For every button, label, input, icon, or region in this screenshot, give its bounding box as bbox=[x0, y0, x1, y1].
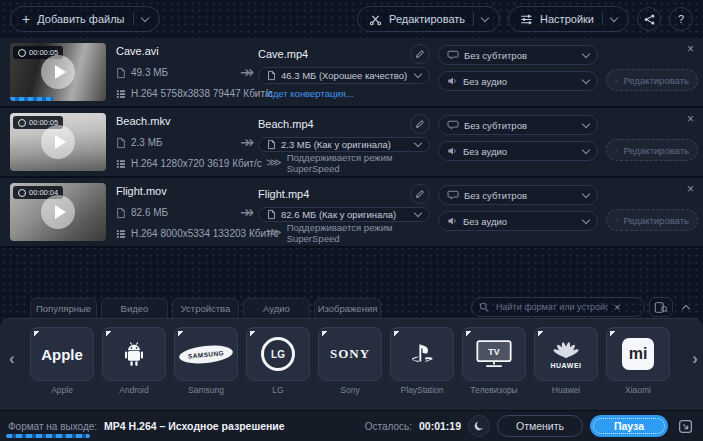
play-button[interactable] bbox=[41, 195, 75, 229]
edit-file-button[interactable]: Редактировать bbox=[606, 69, 698, 91]
rename-button[interactable] bbox=[410, 184, 430, 204]
huawei-wordmark: HUAWEI bbox=[551, 362, 582, 369]
clock-icon bbox=[18, 49, 26, 57]
audio-dropdown[interactable]: Без аудио bbox=[438, 71, 598, 91]
device-label: Телевизоры bbox=[470, 385, 517, 395]
subtitles-value: Без субтитров bbox=[464, 50, 527, 61]
plus-icon: + bbox=[22, 12, 30, 26]
output-filename: Cave.mp4 bbox=[258, 48, 308, 60]
settings-menu-button[interactable]: Настройки bbox=[508, 6, 629, 32]
video-converter-window: + Добавить файлы Редактировать Настрой bbox=[0, 0, 703, 441]
video-thumbnail[interactable]: 00:00:05 bbox=[10, 113, 106, 171]
edit-file-button[interactable]: Редактировать bbox=[606, 209, 698, 231]
source-codec-row: H.264 8000x5334 133203 Кбит/с bbox=[116, 228, 236, 239]
play-button[interactable] bbox=[41, 125, 75, 159]
edit-file-label: Редактировать bbox=[623, 75, 689, 86]
overall-progress-bar bbox=[6, 434, 90, 438]
device-card-samsung: SAMSUNG Samsung bbox=[174, 327, 238, 395]
minimize-to-tray-button[interactable] bbox=[675, 416, 695, 436]
device-card-button[interactable]: SONY bbox=[318, 327, 382, 381]
speech-bubble-icon bbox=[447, 120, 459, 130]
file-row: 00:00:05 Cave.avi 49.3 МБ bbox=[0, 38, 703, 108]
device-card-button[interactable]: HUAWEI bbox=[534, 327, 598, 381]
chevron-down-icon bbox=[610, 13, 618, 21]
tv-icon: TV bbox=[475, 339, 513, 369]
device-carousel: ‹ Apple Apple bbox=[0, 318, 703, 410]
search-input[interactable] bbox=[494, 301, 610, 313]
device-card-lg: LG LG bbox=[246, 327, 310, 395]
subtitles-dropdown[interactable]: Без субтитров bbox=[438, 45, 598, 65]
carousel-next-button[interactable]: › bbox=[692, 349, 698, 369]
file-icon bbox=[116, 137, 126, 149]
device-card-button[interactable] bbox=[102, 327, 166, 381]
output-size-value: 46.3 МБ (Хорошее качество) bbox=[281, 70, 407, 81]
video-thumbnail[interactable]: 00:00:05 bbox=[10, 43, 106, 101]
time-remaining-value: 00:01:19 bbox=[419, 420, 461, 432]
output-size-dropdown[interactable]: 82.6 МБ (Как у оригинала) bbox=[258, 207, 430, 222]
file-row: 00:00:05 Beach.mkv 2.3 МБ H.26 bbox=[0, 108, 703, 178]
video-thumbnail[interactable]: 00:00:04 bbox=[10, 183, 106, 241]
settings-sliders-icon bbox=[520, 13, 533, 26]
device-detection-button[interactable] bbox=[649, 297, 673, 317]
remove-file-button[interactable]: × bbox=[687, 43, 694, 55]
chevron-down-icon bbox=[582, 189, 590, 197]
rename-button[interactable] bbox=[410, 114, 430, 134]
collapse-panel-button[interactable] bbox=[677, 297, 695, 317]
source-filesize: 49.3 МБ bbox=[131, 67, 168, 78]
edit-menu-label: Редактировать bbox=[389, 13, 465, 25]
audio-dropdown[interactable]: Без аудио bbox=[438, 211, 598, 231]
edit-file-button[interactable]: Редактировать bbox=[606, 139, 698, 161]
output-info: Flight.mp4 82.6 МБ (Как у оригинала) bbox=[258, 183, 430, 241]
device-card-button[interactable] bbox=[390, 327, 454, 381]
device-card-button[interactable]: TV bbox=[462, 327, 526, 381]
help-button[interactable]: ? bbox=[669, 7, 693, 31]
device-card-button[interactable]: SAMSUNG bbox=[174, 327, 238, 381]
carousel-prev-button[interactable]: ‹ bbox=[9, 349, 15, 369]
transfer-arrow-icon: ↠ bbox=[236, 43, 258, 101]
device-card-button[interactable]: Apple bbox=[30, 327, 94, 381]
chevron-down-icon bbox=[582, 215, 590, 223]
sleep-mode-button[interactable] bbox=[468, 415, 490, 437]
tab-audio[interactable]: Аудио bbox=[243, 298, 310, 318]
lg-logo: LG bbox=[261, 337, 295, 371]
apple-logo: Apple bbox=[41, 346, 83, 363]
share-button[interactable] bbox=[637, 7, 661, 31]
favorite-corner-icon bbox=[538, 331, 545, 338]
tab-devices[interactable]: Устройства bbox=[172, 298, 239, 318]
play-button[interactable] bbox=[41, 55, 75, 89]
format-panel: Популярные Видео Устройства Аудио Изобра… bbox=[0, 296, 703, 410]
device-card-button[interactable]: mi bbox=[606, 327, 670, 381]
pause-button[interactable]: Пауза bbox=[590, 415, 668, 437]
audio-dropdown[interactable]: Без аудио bbox=[438, 141, 598, 161]
device-card-button[interactable]: LG bbox=[246, 327, 310, 381]
huawei-logo: HUAWEI bbox=[549, 339, 583, 369]
tab-popular[interactable]: Популярные bbox=[30, 298, 97, 318]
output-size-dropdown[interactable]: 2.3 МБ (Как у оригинала) bbox=[258, 137, 430, 152]
transfer-arrow-icon: ↠ bbox=[236, 183, 258, 241]
chevron-down-icon bbox=[582, 145, 590, 153]
tab-video[interactable]: Видео bbox=[101, 298, 168, 318]
output-size-dropdown[interactable]: 46.3 МБ (Хорошее качество) bbox=[258, 67, 430, 84]
source-filesize-row: 49.3 МБ bbox=[116, 67, 236, 79]
button-divider bbox=[602, 12, 603, 26]
remove-file-button[interactable]: × bbox=[687, 113, 694, 125]
remove-file-button[interactable]: × bbox=[687, 183, 694, 195]
audio-value: Без аудио bbox=[463, 216, 507, 227]
edit-menu-button[interactable]: Редактировать bbox=[357, 6, 500, 32]
add-files-button[interactable]: + Добавить файлы bbox=[10, 6, 160, 32]
favorite-corner-icon bbox=[610, 331, 617, 338]
subtitles-dropdown[interactable]: Без субтитров bbox=[438, 185, 598, 205]
favorite-corner-icon bbox=[106, 331, 113, 338]
edit-tools-icon bbox=[615, 145, 618, 156]
chevron-down-icon bbox=[414, 70, 422, 78]
chevron-down-icon bbox=[414, 209, 422, 217]
cancel-button[interactable]: Отменить bbox=[497, 415, 583, 437]
speech-bubble-icon bbox=[447, 190, 459, 200]
clear-search-button[interactable]: × bbox=[614, 302, 620, 313]
play-icon bbox=[55, 205, 66, 219]
rename-button[interactable] bbox=[410, 44, 430, 64]
subtitles-dropdown[interactable]: Без субтитров bbox=[438, 115, 598, 135]
tab-images[interactable]: Изображения bbox=[314, 298, 381, 318]
file-icon bbox=[267, 209, 276, 220]
playstation-logo bbox=[408, 341, 436, 367]
